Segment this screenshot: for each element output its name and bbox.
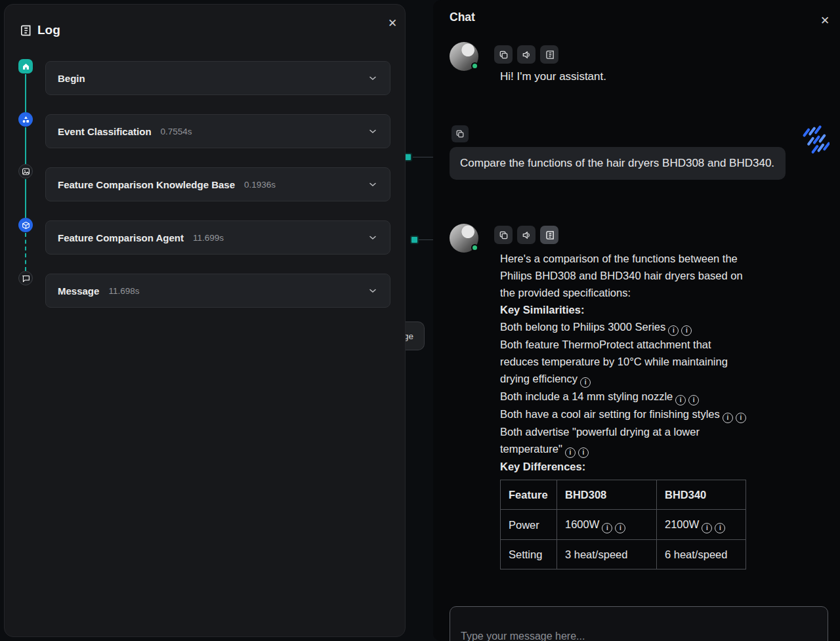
citation-icon[interactable] bbox=[580, 377, 591, 388]
timeline-connector bbox=[25, 74, 26, 112]
close-chat-button[interactable]: ✕ bbox=[816, 11, 834, 30]
citation-icon[interactable] bbox=[565, 447, 576, 458]
user-message-bubble: Compare the functions of the hair dryers… bbox=[450, 147, 786, 180]
read-aloud-button[interactable] bbox=[517, 45, 536, 64]
copy-icon bbox=[455, 129, 465, 138]
copy-button[interactable] bbox=[494, 226, 513, 244]
table-row: Power 1600W 2100W bbox=[501, 510, 746, 540]
close-icon: ✕ bbox=[820, 14, 830, 28]
table-header: BHD340 bbox=[657, 480, 746, 510]
response-paragraph: Both feature ThermoProtect attachment th… bbox=[500, 336, 747, 388]
copy-button[interactable] bbox=[494, 45, 513, 64]
read-aloud-button[interactable] bbox=[517, 226, 536, 244]
log-icon bbox=[545, 50, 555, 60]
categorize-icon bbox=[18, 112, 33, 127]
log-entry-knowledge-base[interactable]: Feature Comparison Knowledge Base 0.1936… bbox=[45, 167, 390, 201]
ragflow-logo bbox=[801, 125, 830, 156]
online-status-dot bbox=[471, 62, 478, 70]
home-icon bbox=[18, 59, 33, 73]
view-log-button[interactable] bbox=[540, 45, 558, 64]
log-panel: Log ✕ Begin bbox=[4, 4, 406, 637]
response-paragraph: Both include a 14 mm styling nozzle bbox=[500, 388, 747, 405]
close-icon: ✕ bbox=[388, 16, 397, 30]
chevron-down-icon bbox=[368, 179, 378, 190]
citation-icon[interactable] bbox=[681, 325, 692, 336]
timeline-connector bbox=[25, 127, 26, 164]
chat-title: Chat bbox=[450, 10, 475, 24]
timeline-connector-dashed bbox=[25, 233, 26, 271]
citation-icon[interactable] bbox=[723, 413, 733, 423]
online-status-dot bbox=[471, 244, 478, 251]
chevron-down-icon bbox=[368, 232, 378, 243]
assistant-greeting: Hi! I'm your assistant. bbox=[500, 70, 606, 83]
view-log-button-active[interactable] bbox=[540, 226, 558, 244]
response-paragraph: Both have a cool air setting for finishi… bbox=[500, 405, 747, 423]
table-header: BHD308 bbox=[557, 480, 657, 510]
table-cell: 3 heat/speed bbox=[557, 540, 657, 569]
chevron-down-icon bbox=[368, 73, 378, 83]
speaker-icon bbox=[522, 50, 532, 60]
log-entry-time: 11.699s bbox=[193, 233, 224, 243]
message-toolbar bbox=[494, 45, 558, 64]
response-paragraph: Both advertise "powerful drying at a low… bbox=[500, 423, 747, 458]
log-entry-begin[interactable]: Begin bbox=[45, 61, 390, 95]
log-entry-time: 0.7554s bbox=[161, 127, 192, 136]
chevron-down-icon bbox=[368, 126, 378, 136]
user-copy-button[interactable] bbox=[452, 125, 469, 142]
timeline-connector bbox=[25, 179, 26, 218]
log-icon bbox=[545, 230, 555, 240]
key-similarities-heading: Key Similarities: bbox=[500, 301, 747, 318]
table-cell: 6 heat/speed bbox=[657, 540, 746, 569]
assistant-response: Here's a comparison of the functions bet… bbox=[500, 250, 747, 569]
edge-line bbox=[413, 157, 433, 157]
log-entry-label: Feature Comparison Knowledge Base bbox=[58, 179, 235, 190]
log-entry-event-classification[interactable]: Event Classification 0.7554s bbox=[45, 114, 390, 148]
agent-icon bbox=[18, 218, 33, 232]
table-header: Feature bbox=[501, 480, 557, 510]
log-entry-label: Event Classification bbox=[58, 126, 152, 137]
log-entry-message[interactable]: Message 11.698s bbox=[45, 274, 390, 308]
citation-icon[interactable] bbox=[602, 523, 612, 533]
chevron-down-icon bbox=[368, 285, 378, 296]
citation-icon[interactable] bbox=[615, 523, 625, 533]
chat-panel: Chat ✕ Hi! I'm your assistant. bbox=[433, 0, 840, 641]
table-cell: Setting bbox=[501, 540, 557, 569]
log-panel-title: Log bbox=[37, 23, 60, 37]
log-panel-header: Log bbox=[19, 23, 60, 37]
log-entry-agent[interactable]: Feature Comparison Agent 11.699s bbox=[45, 220, 390, 255]
log-entry-time: 0.1936s bbox=[244, 180, 276, 190]
table-cell: 2100W bbox=[657, 510, 746, 540]
message-icon bbox=[18, 271, 33, 285]
log-entry-time: 11.698s bbox=[108, 286, 139, 296]
knowledge-base-icon bbox=[18, 164, 33, 178]
message-toolbar bbox=[494, 226, 558, 244]
key-differences-heading: Key Differences: bbox=[500, 458, 747, 475]
comparison-table: Feature BHD308 BHD340 Power 1600W 2100W … bbox=[500, 480, 746, 569]
citation-icon[interactable] bbox=[688, 395, 699, 405]
table-cell: 1600W bbox=[557, 510, 657, 540]
citation-icon[interactable] bbox=[675, 395, 686, 405]
log-entry-label: Feature Comparison Agent bbox=[58, 232, 184, 243]
speaker-icon bbox=[522, 230, 532, 240]
citation-icon[interactable] bbox=[715, 523, 725, 533]
copy-icon bbox=[499, 230, 509, 240]
close-log-button[interactable]: ✕ bbox=[383, 14, 402, 32]
table-cell: Power bbox=[501, 510, 557, 540]
citation-icon[interactable] bbox=[578, 447, 589, 458]
citation-icon[interactable] bbox=[668, 325, 679, 336]
table-header-row: Feature BHD308 BHD340 bbox=[501, 480, 746, 510]
message-input[interactable] bbox=[450, 606, 828, 641]
log-entry-label: Message bbox=[58, 285, 99, 297]
log-entry-label: Begin bbox=[58, 73, 85, 84]
copy-icon bbox=[499, 50, 509, 60]
citation-icon[interactable] bbox=[736, 413, 746, 423]
node-handle[interactable] bbox=[410, 236, 419, 244]
log-icon bbox=[19, 24, 32, 37]
table-row: Setting 3 heat/speed 6 heat/speed bbox=[501, 540, 746, 569]
citation-icon[interactable] bbox=[702, 523, 712, 533]
response-intro: Here's a comparison of the functions bet… bbox=[500, 250, 747, 301]
edge-line bbox=[419, 239, 433, 240]
response-paragraph: Both belong to Philips 3000 Series bbox=[500, 318, 747, 336]
